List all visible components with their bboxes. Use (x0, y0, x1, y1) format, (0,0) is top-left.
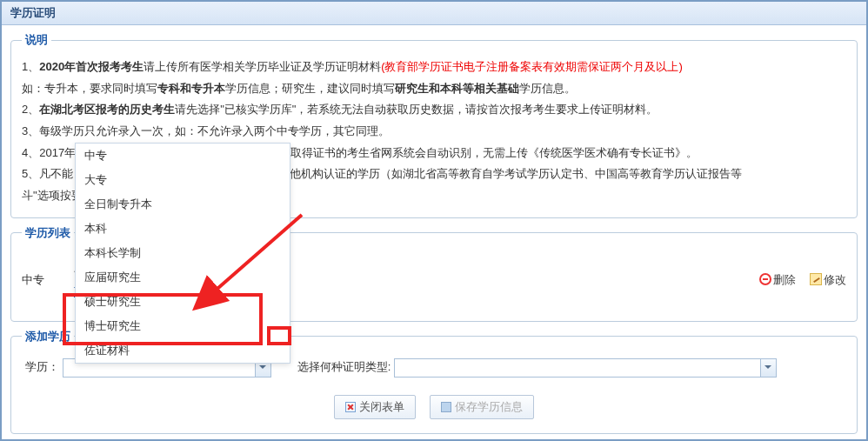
save-icon (441, 402, 451, 412)
close-icon (345, 402, 356, 412)
education-list-legend: 学历列表 (22, 225, 74, 241)
add-education-legend: 添加学历 (22, 329, 74, 344)
education-level-cell: 中专 (22, 272, 74, 288)
dropdown-item[interactable]: 中专 (76, 144, 290, 168)
save-button[interactable]: 保存学历信息 (430, 395, 534, 419)
notes-legend: 说明 (22, 32, 51, 48)
dialog-education-proof: 学历证明 说明 1、2020年首次报考考生请上传所有医学相关学历毕业证及学历证明… (0, 0, 868, 441)
dropdown-item[interactable]: 应届研究生 (76, 265, 290, 290)
dropdown-item[interactable]: 本科 (76, 217, 290, 241)
dropdown-item[interactable]: 博士研究生 (76, 314, 290, 338)
dialog-title: 学历证明 (2, 2, 866, 25)
proof-type-input[interactable] (395, 359, 760, 377)
dropdown-item[interactable]: 大专 (76, 168, 290, 192)
note-line-3: 2、在湖北考区报考的历史考生请先选择"已核实学历库"，若系统无法自动获取历史数据… (22, 99, 846, 121)
close-form-button[interactable]: 关闭表单 (334, 395, 416, 419)
dropdown-item[interactable]: 全日制专升本 (76, 192, 290, 217)
edit-icon (810, 273, 822, 285)
delete-icon (759, 273, 771, 285)
dropdown-item[interactable]: 佐证材料 (76, 338, 290, 363)
chevron-down-icon[interactable] (760, 359, 776, 377)
delete-button[interactable]: 删除 (759, 272, 796, 288)
proof-type-label: 选择何种证明类型: (297, 360, 391, 373)
edit-button[interactable]: 修改 (810, 272, 846, 288)
note-line-4: 3、每级学历只允许录入一次，如：不允许录入两个中专学历，其它同理。 (22, 121, 846, 143)
button-bar: 关闭表单 保存学历信息 (22, 383, 846, 423)
proof-type-field: 选择何种证明类型: (297, 358, 777, 378)
proof-type-combo[interactable] (394, 358, 777, 378)
note-line-1: 1、2020年首次报考考生请上传所有医学相关学历毕业证及学历证明材料(教育部学历… (22, 57, 846, 78)
note-line-2: 如：专升本，要求同时填写专科和专升本学历信息；研究生，建议同时填写研究生和本科等… (22, 78, 846, 100)
dropdown-item[interactable]: 本科长学制 (76, 241, 290, 265)
level-label: 学历： (25, 360, 59, 373)
level-dropdown-list[interactable]: 中专 大专 全日制专升本 本科 本科长学制 应届研究生 硕士研究生 博士研究生 … (75, 143, 290, 364)
dropdown-item[interactable]: 硕士研究生 (76, 290, 290, 314)
